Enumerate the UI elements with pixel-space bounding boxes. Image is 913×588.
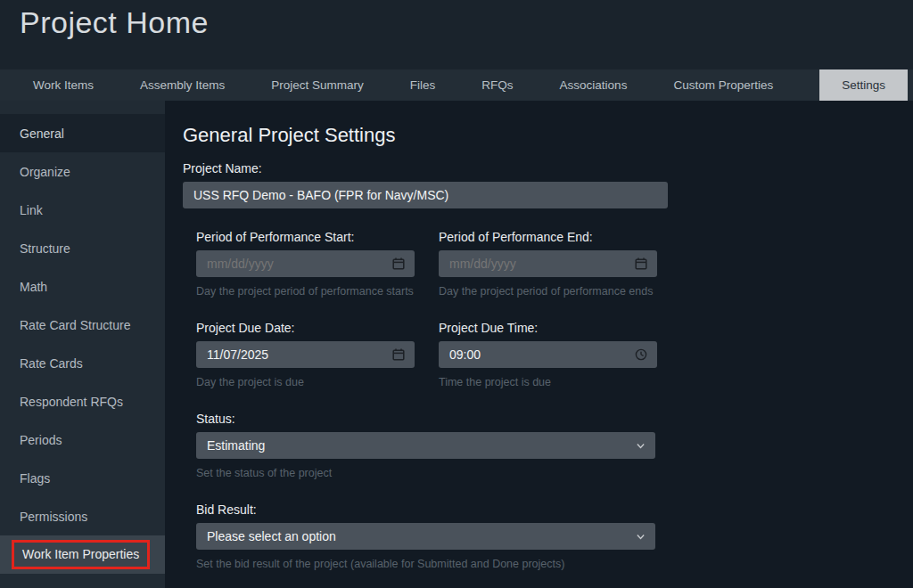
due-time-label: Project Due Time: xyxy=(439,321,657,335)
tab-work-items[interactable]: Work Items xyxy=(33,69,94,101)
pop-start-input[interactable] xyxy=(196,250,415,277)
sidebar-item-respondent-rfqs[interactable]: Respondent RFQs xyxy=(0,382,165,421)
sidebar-item-label: Work Item Properties xyxy=(22,547,139,561)
bid-result-select-value: Please select an option xyxy=(207,529,336,543)
tab-custom-properties[interactable]: Custom Properties xyxy=(673,69,773,101)
tab-assembly-items[interactable]: Assembly Items xyxy=(140,69,225,101)
sidebar-item-flags[interactable]: Flags xyxy=(0,459,165,497)
tab-bar: Work Items Assembly Items Project Summar… xyxy=(0,69,913,101)
chevron-down-icon xyxy=(635,440,646,452)
project-name-field: Project Name: xyxy=(183,161,913,208)
settings-sidebar: General Organize Link Structure Math Rat… xyxy=(0,101,165,588)
pop-start-label: Period of Performance Start: xyxy=(196,230,415,244)
sidebar-item-rate-card-structure[interactable]: Rate Card Structure xyxy=(0,306,165,344)
due-date-label: Project Due Date: xyxy=(196,321,415,335)
red-annotation-box: Work Item Properties xyxy=(12,540,150,569)
tab-project-summary[interactable]: Project Summary xyxy=(271,69,364,101)
bid-result-select[interactable]: Please select an option xyxy=(196,523,655,550)
due-date-help: Day the project is due xyxy=(196,375,415,390)
period-of-performance-row: Period of Performance Start: Day the pro… xyxy=(196,230,913,299)
pop-start-help: Day the project period of performance st… xyxy=(196,284,415,299)
sidebar-item-math[interactable]: Math xyxy=(0,267,165,306)
sidebar-item-rate-cards[interactable]: Rate Cards xyxy=(0,344,165,382)
bid-result-label: Bid Result: xyxy=(196,502,913,517)
due-time-help: Time the project is due xyxy=(439,375,657,390)
status-field: Status: Estimating Set the status of the… xyxy=(196,412,913,481)
bid-result-field: Bid Result: Please select an option Set … xyxy=(196,502,913,572)
page-title: Project Home xyxy=(0,0,913,40)
pop-end-input[interactable] xyxy=(439,250,657,277)
sidebar-item-link[interactable]: Link xyxy=(0,191,165,229)
tab-files[interactable]: Files xyxy=(410,69,436,101)
general-settings-panel: General Project Settings Project Name: P… xyxy=(165,101,913,588)
panel-title: General Project Settings xyxy=(183,124,913,147)
due-date-field: Project Due Date: Day the project is due xyxy=(196,321,415,390)
pop-end-label: Period of Performance End: xyxy=(439,230,657,244)
tab-associations[interactable]: Associations xyxy=(560,69,628,101)
chevron-down-icon xyxy=(635,531,646,543)
tab-settings[interactable]: Settings xyxy=(819,69,908,101)
due-time-field: Project Due Time: Time the project is du… xyxy=(439,321,657,390)
settings-subsection: Period of Performance Start: Day the pro… xyxy=(196,230,913,572)
sidebar-item-organize[interactable]: Organize xyxy=(0,152,165,191)
pop-start-field: Period of Performance Start: Day the pro… xyxy=(196,230,415,299)
status-label: Status: xyxy=(196,412,913,426)
status-select-value: Estimating xyxy=(207,438,265,453)
due-time-input[interactable] xyxy=(439,341,657,368)
body-row: General Organize Link Structure Math Rat… xyxy=(0,101,913,588)
pop-end-help: Day the project period of performance en… xyxy=(439,284,657,299)
due-date-time-row: Project Due Date: Day the project is due xyxy=(196,321,913,390)
project-name-input[interactable] xyxy=(183,182,668,208)
pop-end-field: Period of Performance End: Day the proje… xyxy=(439,230,657,299)
page-header: Project Home xyxy=(0,0,913,69)
project-home-page: Project Home Work Items Assembly Items P… xyxy=(0,0,913,588)
tab-rfqs[interactable]: RFQs xyxy=(481,69,513,101)
sidebar-item-general[interactable]: General xyxy=(0,114,165,152)
sidebar-item-structure[interactable]: Structure xyxy=(0,229,165,267)
due-date-input[interactable] xyxy=(196,341,415,368)
status-select[interactable]: Estimating xyxy=(196,432,655,459)
bid-result-help: Set the bid result of the project (avail… xyxy=(196,557,913,572)
project-name-label: Project Name: xyxy=(183,161,913,176)
sidebar-item-periods[interactable]: Periods xyxy=(0,421,165,459)
sidebar-item-permissions[interactable]: Permissions xyxy=(0,497,165,535)
sidebar-item-work-item-properties[interactable]: Work Item Properties xyxy=(0,535,165,574)
status-help: Set the status of the project xyxy=(196,466,913,481)
